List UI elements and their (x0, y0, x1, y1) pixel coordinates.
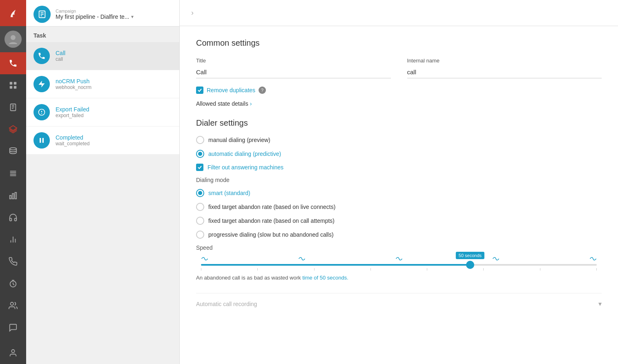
nav-item-phone[interactable] (0, 52, 26, 74)
task-text-nocrm: noCRM Push webhook_nocrm (56, 78, 91, 90)
filter-answering-label: Filter out answering machines (207, 164, 283, 171)
slider-icon-5 (589, 255, 597, 262)
radio-fixed-live[interactable] (196, 203, 204, 211)
radio-row-fixed-live: fixed target abandon rate (based on live… (196, 203, 602, 211)
user-avatar-section (0, 26, 26, 52)
nav-item-database2[interactable] (0, 162, 26, 184)
task-icon-call (33, 48, 50, 64)
auto-recording-row[interactable]: Automatic call recording ▾ (196, 293, 602, 308)
task-text-completed: Completed wait_completed (56, 134, 89, 146)
title-label: Title (196, 58, 391, 64)
radio-row-automatic: automatic dialing (predictive) (196, 150, 602, 158)
speed-highlight: time of 50 seconds. (302, 275, 348, 281)
nav-item-timer[interactable] (0, 273, 26, 295)
slider-tick (314, 268, 315, 271)
radio-label-smart: smart (standard) (208, 190, 250, 196)
allowed-state-details-link[interactable]: Allowed state details › (196, 100, 602, 107)
svg-point-1 (11, 35, 16, 40)
radio-manual[interactable] (196, 136, 204, 144)
radio-row-manual: manual dialing (preview) (196, 136, 602, 144)
nav-item-message[interactable] (0, 317, 26, 339)
content-area: Common settings Title Internal name Remo… (180, 26, 618, 320)
svg-point-11 (10, 148, 17, 150)
task-item-completed[interactable]: Completed wait_completed (26, 127, 179, 155)
nav-rail (0, 0, 26, 364)
task-sub-export-failed: export_failed (56, 113, 89, 118)
task-section-label: Task (26, 27, 179, 42)
speed-label: Speed (196, 244, 602, 251)
dialing-mode-label: Dialing mode (196, 177, 602, 183)
radio-smart[interactable] (196, 189, 204, 197)
nav-item-person[interactable] (0, 342, 26, 364)
slider-thumb[interactable] (466, 261, 474, 269)
expand-panel-button[interactable]: › (188, 7, 197, 19)
radio-label-manual: manual dialing (preview) (208, 137, 270, 143)
remove-duplicates-checkbox[interactable] (196, 87, 203, 94)
title-input[interactable] (196, 66, 391, 78)
task-panel: Campaign My first pipeline - Dialfire te… (26, 0, 180, 364)
radio-row-progressive: progressive dialing (slow but no abandon… (196, 231, 602, 239)
campaign-icon (33, 6, 51, 23)
task-name-nocrm: noCRM Push (56, 78, 91, 84)
svg-point-32 (41, 113, 42, 114)
nav-item-phone2[interactable] (0, 251, 26, 273)
svg-point-24 (11, 350, 14, 353)
slider-icon-3 (395, 255, 403, 262)
radio-label-fixed-call: fixed target abandon rate (based on call… (208, 218, 335, 224)
app-logo (0, 0, 26, 26)
radio-label-progressive: progressive dialing (slow but no abandon… (208, 231, 334, 238)
filter-answering-checkbox[interactable] (196, 164, 203, 171)
svg-rect-17 (12, 193, 14, 199)
campaign-info: Campaign My first pipeline - Dialfire te… (56, 9, 134, 20)
svg-rect-3 (14, 82, 16, 84)
task-icon-nocrm (33, 76, 50, 92)
slider-tick (201, 268, 201, 271)
svg-rect-34 (42, 138, 44, 143)
speed-description: An abandoned call is as bad as wasted wo… (196, 275, 602, 281)
svg-marker-29 (39, 81, 45, 88)
radio-row-fixed-call: fixed target abandon rate (based on call… (196, 217, 602, 225)
task-item-nocrm[interactable]: noCRM Push webhook_nocrm (26, 70, 179, 98)
main-content: › Common settings Title Internal name Re… (180, 0, 618, 364)
svg-rect-33 (40, 138, 41, 143)
task-icon-export-failed (33, 104, 50, 120)
svg-rect-5 (14, 86, 16, 89)
form-row-title: Title Internal name (196, 58, 602, 78)
auto-recording-label: Automatic call recording (196, 301, 257, 307)
nav-item-users[interactable] (0, 295, 26, 317)
slider-tooltip: 50 seconds (456, 252, 484, 259)
campaign-header: Campaign My first pipeline - Dialfire te… (26, 0, 179, 27)
common-settings-title: Common settings (196, 38, 602, 48)
remove-duplicates-label: Remove duplicates (207, 87, 255, 93)
campaign-label: Campaign (56, 9, 134, 13)
radio-automatic[interactable] (196, 150, 204, 158)
nav-item-bar-chart[interactable] (0, 184, 26, 206)
filter-answering-row: Filter out answering machines (196, 164, 602, 171)
speed-slider-container: 50 seconds (196, 255, 602, 271)
slider-fill (201, 264, 470, 266)
slider-icon-4 (492, 255, 500, 262)
slider-tick (370, 268, 371, 271)
slider-tick (427, 268, 427, 271)
nav-item-grid[interactable] (0, 74, 26, 96)
dialer-settings-title: Dialer settings (196, 118, 602, 128)
nav-item-database[interactable] (0, 140, 26, 162)
nav-item-clipboard[interactable] (0, 96, 26, 118)
campaign-dropdown-arrow[interactable]: ▾ (131, 14, 134, 20)
radio-progressive[interactable] (196, 231, 204, 239)
task-icon-completed (33, 132, 50, 149)
help-icon[interactable]: ? (259, 87, 266, 94)
nav-item-layers[interactable] (0, 118, 26, 140)
task-item-export-failed[interactable]: Export Failed export_failed (26, 98, 179, 127)
slider-icon-1 (201, 255, 208, 262)
nav-item-analytics[interactable] (0, 229, 26, 251)
form-group-title: Title (196, 58, 391, 78)
radio-fixed-call[interactable] (196, 217, 204, 225)
slider-icons (198, 255, 600, 262)
svg-rect-18 (15, 193, 17, 199)
nav-item-headphones[interactable] (0, 206, 26, 229)
internal-name-input[interactable] (407, 66, 602, 78)
task-item-call[interactable]: Call call (26, 42, 179, 70)
slider-track: 50 seconds (201, 264, 597, 266)
slider-icon-2 (298, 255, 306, 262)
